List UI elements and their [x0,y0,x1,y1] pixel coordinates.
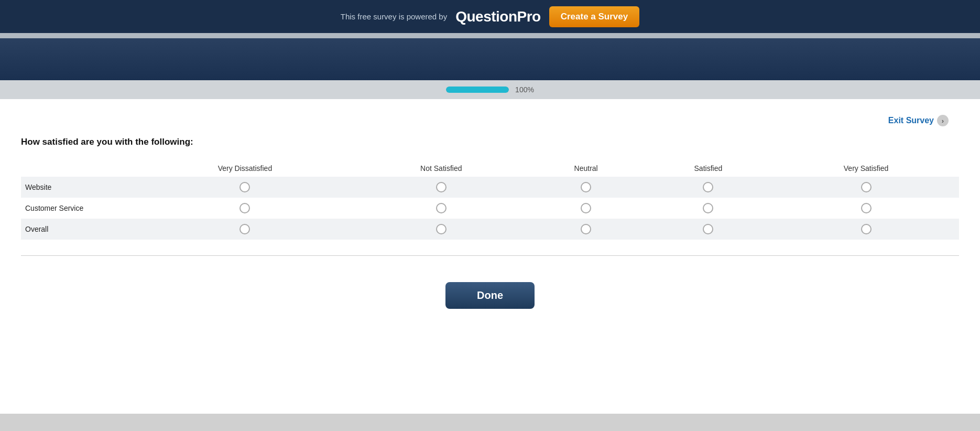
radio-circle[interactable] [861,182,872,192]
progress-track [446,87,509,93]
table-row: Overall [21,219,959,240]
gray-separator [0,33,980,38]
radio-circle[interactable] [581,203,591,213]
radio-circle[interactable] [436,182,447,192]
section-divider [21,255,959,256]
survey-content: Exit Survey › How satisfied are you with… [0,99,980,414]
survey-header-bar [0,38,980,80]
col-header-3: Neutral [529,160,644,177]
radio-cs-1[interactable] [136,198,354,219]
col-header-4: Satisfied [644,160,774,177]
done-row: Done [21,272,959,319]
radio-overall-5[interactable] [773,219,959,240]
col-header-5: Very Satisfied [773,160,959,177]
table-row: Website [21,177,959,198]
radio-circle[interactable] [436,224,447,234]
radio-overall-2[interactable] [354,219,529,240]
radio-circle[interactable] [436,203,447,213]
radio-circle[interactable] [239,203,250,213]
radio-circle[interactable] [703,224,713,234]
radio-circle[interactable] [703,203,713,213]
exit-survey-row: Exit Survey › [21,110,959,137]
powered-by-text: This free survey is powered by [341,12,447,21]
radio-website-3[interactable] [529,177,644,198]
done-button[interactable]: Done [445,282,535,309]
row-label-customer-service: Customer Service [21,198,136,219]
table-row: Customer Service [21,198,959,219]
radio-website-1[interactable] [136,177,354,198]
row-label-overall: Overall [21,219,136,240]
radio-website-4[interactable] [644,177,774,198]
exit-survey-label: Exit Survey [888,116,934,125]
col-header-2: Not Satisfied [354,160,529,177]
matrix-table: Very Dissatisfied Not Satisfied Neutral … [21,160,959,240]
radio-cs-5[interactable] [773,198,959,219]
exit-survey-link[interactable]: Exit Survey › [888,115,949,126]
col-header-1: Very Dissatisfied [136,160,354,177]
radio-website-2[interactable] [354,177,529,198]
radio-cs-3[interactable] [529,198,644,219]
radio-website-5[interactable] [773,177,959,198]
create-survey-button[interactable]: Create a Survey [549,6,640,27]
radio-circle[interactable] [581,182,591,192]
radio-overall-4[interactable] [644,219,774,240]
row-label-website: Website [21,177,136,198]
radio-overall-1[interactable] [136,219,354,240]
matrix-row-header [21,160,136,177]
progress-label: 100% [515,85,534,94]
top-banner: This free survey is powered by QuestionP… [0,0,980,33]
radio-circle[interactable] [239,224,250,234]
exit-arrow-icon: › [937,115,949,126]
question-text: How satisfied are you with the following… [21,137,959,147]
radio-circle[interactable] [861,224,872,234]
radio-overall-3[interactable] [529,219,644,240]
radio-cs-4[interactable] [644,198,774,219]
radio-circle[interactable] [239,182,250,192]
brand-name: QuestionPro [455,8,541,25]
radio-circle[interactable] [861,203,872,213]
radio-circle[interactable] [581,224,591,234]
radio-circle[interactable] [703,182,713,192]
radio-cs-2[interactable] [354,198,529,219]
progress-fill [446,87,509,93]
progress-row: 100% [0,80,980,99]
